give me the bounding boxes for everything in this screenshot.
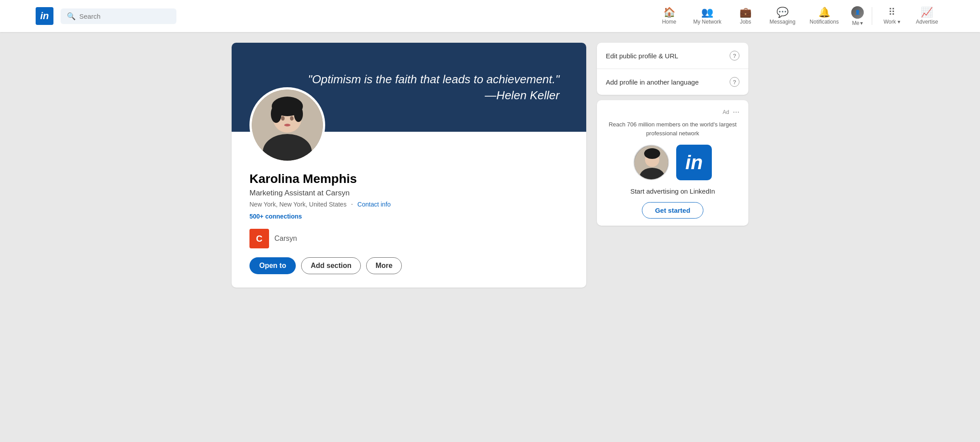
ad-avatar [633, 145, 669, 180]
nav-divider [872, 7, 872, 25]
linkedin-logo[interactable]: in [36, 7, 53, 25]
profile-name: Karolina Memphis [249, 172, 568, 186]
nav-advertise-label: Advertise [916, 19, 938, 25]
avatar: 👤 [851, 6, 864, 19]
company-icon[interactable]: C [249, 229, 269, 248]
nav-item-messaging[interactable]: 💬 Messaging [764, 4, 802, 28]
edit-profile-url-row[interactable]: Edit public profile & URL ? [597, 43, 748, 69]
search-bar[interactable]: 🔍 [61, 8, 176, 24]
work-icon: ⠿ [888, 8, 895, 17]
nav-messaging-label: Messaging [770, 19, 796, 25]
svg-point-7 [281, 116, 285, 121]
messaging-icon: 💬 [776, 8, 788, 17]
ad-tagline: Start advertising on LinkedIn [606, 187, 739, 195]
nav-item-notifications[interactable]: 🔔 Notifications [804, 4, 845, 28]
my-network-icon: 👥 [701, 8, 713, 17]
ad-header: Ad ··· [606, 107, 739, 117]
search-icon: 🔍 [67, 12, 76, 20]
get-started-button[interactable]: Get started [642, 202, 703, 219]
nav-item-me[interactable]: 👤 Me ▾ [847, 3, 868, 30]
avatar-image: 👤 [851, 6, 864, 19]
ad-description: Reach 706 million members on the world's… [606, 120, 739, 138]
profile-avatar [252, 89, 323, 161]
nav-home-label: Home [662, 19, 676, 25]
nav-items: 🏠 Home 👥 My Network 💼 Jobs 💬 Messaging 🔔… [653, 3, 944, 30]
add-language-label: Add profile in another language [606, 78, 699, 86]
jobs-icon: 💼 [739, 8, 751, 17]
nav-me-label: Me ▾ [852, 20, 863, 26]
svg-point-6 [274, 103, 301, 114]
ad-linkedin-logo: in [676, 145, 712, 180]
open-to-button[interactable]: Open to [249, 257, 296, 274]
nav-item-work[interactable]: ⠿ Work ▾ [876, 4, 908, 28]
profile-avatar-wrapper [249, 87, 325, 163]
right-column: Edit public profile & URL ? Add profile … [597, 43, 748, 226]
page-wrapper: "Optimism is the faith that leads to ach… [223, 32, 757, 298]
edit-profile-help-icon[interactable]: ? [730, 51, 739, 61]
ad-logos: in [606, 145, 739, 180]
profile-company-row: C Carsyn [249, 229, 568, 248]
svg-point-13 [644, 148, 660, 159]
nav-item-my-network[interactable]: 👥 My Network [687, 4, 727, 28]
cover-photo: "Optimism is the faith that leads to ach… [232, 43, 586, 132]
home-icon: 🏠 [663, 8, 675, 17]
logo-text: in [40, 11, 49, 21]
edit-profile-label: Edit public profile & URL [606, 52, 678, 60]
profile-connections[interactable]: 500+ connections [249, 213, 568, 220]
add-language-row[interactable]: Add profile in another language ? [597, 69, 748, 95]
main-column: "Optimism is the faith that leads to ach… [232, 43, 586, 288]
notifications-icon: 🔔 [818, 8, 830, 17]
svg-point-9 [284, 124, 290, 126]
add-language-help-icon[interactable]: ? [730, 77, 739, 87]
nav-item-jobs[interactable]: 💼 Jobs [730, 4, 762, 28]
contact-info-link[interactable]: Contact info [357, 201, 391, 208]
profile-title: Marketing Assistant at Carsyn [249, 189, 568, 198]
company-name[interactable]: Carsyn [274, 235, 297, 243]
ad-menu-button[interactable]: ··· [733, 107, 739, 117]
nav-my-network-label: My Network [693, 19, 721, 25]
nav-notifications-label: Notifications [810, 19, 839, 25]
nav-item-home[interactable]: 🏠 Home [653, 4, 685, 28]
ad-card: Ad ··· Reach 706 million members on the … [597, 100, 748, 226]
ad-li-logo-text: in [685, 151, 702, 174]
svg-point-8 [290, 116, 294, 121]
ad-label: Ad [723, 109, 729, 115]
navbar: in 🔍 🏠 Home 👥 My Network 💼 Jobs 💬 Messag… [0, 0, 980, 32]
avatar-svg [252, 89, 323, 161]
dot-separator: · [351, 200, 353, 208]
cover-quote: "Optimism is the faith that leads to ach… [301, 71, 559, 104]
profile-card: "Optimism is the faith that leads to ach… [232, 43, 586, 288]
profile-location: New York, New York, United States [249, 201, 347, 208]
profile-actions: Open to Add section More [249, 257, 568, 274]
more-button[interactable]: More [366, 257, 402, 274]
nav-work-label: Work ▾ [883, 19, 900, 25]
nav-jobs-label: Jobs [740, 19, 751, 25]
advertise-icon: 📈 [921, 8, 933, 17]
ad-avatar-svg [634, 146, 669, 180]
profile-location-row: New York, New York, United States · Cont… [249, 200, 568, 208]
search-input[interactable] [79, 12, 170, 20]
nav-item-advertise[interactable]: 📈 Advertise [910, 4, 944, 28]
sidebar-profile-links: Edit public profile & URL ? Add profile … [597, 43, 748, 95]
add-section-button[interactable]: Add section [301, 257, 361, 274]
